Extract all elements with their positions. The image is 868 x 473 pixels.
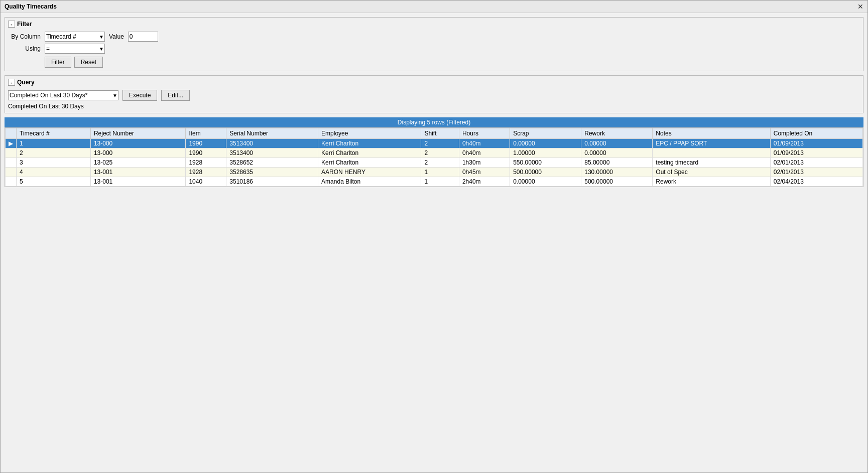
table-row[interactable]: 413-00119283528635AARON HENRY10h45m500.0… bbox=[6, 168, 863, 177]
col-notes[interactable]: Notes bbox=[653, 128, 770, 139]
cell-timecard: 1 bbox=[17, 139, 91, 148]
table-status: Displaying 5 rows (Filtered) bbox=[5, 117, 863, 127]
cell-completed: 02/01/2013 bbox=[770, 168, 862, 177]
cell-shift: 2 bbox=[421, 148, 459, 158]
table-row[interactable]: 313-02519283528652Kerri Charlton21h30m55… bbox=[6, 158, 863, 168]
cell-serial: 3510186 bbox=[226, 177, 318, 187]
cell-scrap: 550.00000 bbox=[510, 158, 581, 168]
cell-rework: 0.00000 bbox=[581, 139, 653, 148]
query-section: - Query Completed On Last 30 Days* All R… bbox=[5, 75, 863, 113]
cell-completed: 02/01/2013 bbox=[770, 158, 862, 168]
cell-serial: 3513400 bbox=[226, 139, 318, 148]
cell-hours: 0h40m bbox=[459, 139, 510, 148]
using-select[interactable]: = != < > <= >= LIKE bbox=[45, 44, 105, 54]
row-indicator: ▶ bbox=[6, 139, 17, 148]
cell-timecard: 3 bbox=[17, 158, 91, 168]
cell-employee: AARON HENRY bbox=[318, 168, 421, 177]
filter-by-column-row: By Column Timecard # Reject Number Item … bbox=[8, 32, 860, 42]
cell-shift: 2 bbox=[421, 139, 459, 148]
title-bar: Quality Timecards ✕ bbox=[1, 1, 867, 13]
cell-hours: 2h40m bbox=[459, 177, 510, 187]
query-section-header: - Query bbox=[8, 79, 860, 86]
cell-rework: 0.00000 bbox=[581, 148, 653, 158]
col-rework[interactable]: Rework bbox=[581, 128, 653, 139]
cell-reject: 13-025 bbox=[90, 158, 186, 168]
cell-reject: 13-001 bbox=[90, 177, 186, 187]
execute-button[interactable]: Execute bbox=[122, 90, 157, 101]
cell-timecard: 5 bbox=[17, 177, 91, 187]
table-row[interactable]: ▶113-00019903513400Kerri Charlton20h40m0… bbox=[6, 139, 863, 148]
cell-employee: Amanda Bilton bbox=[318, 177, 421, 187]
cell-completed: 01/09/2013 bbox=[770, 139, 862, 148]
row-indicator bbox=[6, 168, 17, 177]
filter-collapse-button[interactable]: - bbox=[8, 21, 15, 28]
cell-employee: Kerri Charlton bbox=[318, 148, 421, 158]
col-shift[interactable]: Shift bbox=[421, 128, 459, 139]
row-indicator bbox=[6, 158, 17, 168]
table-row[interactable]: 513-00110403510186Amanda Bilton12h40m0.0… bbox=[6, 177, 863, 187]
cell-item: 1990 bbox=[186, 139, 226, 148]
query-select[interactable]: Completed On Last 30 Days* All Records bbox=[8, 90, 118, 100]
cell-scrap: 0.00000 bbox=[510, 177, 581, 187]
cell-notes: Rework bbox=[653, 177, 770, 187]
query-collapse-button[interactable]: - bbox=[8, 79, 15, 86]
by-column-select[interactable]: Timecard # Reject Number Item Serial Num… bbox=[45, 32, 105, 42]
cell-completed: 02/04/2013 bbox=[770, 177, 862, 187]
cell-item: 1990 bbox=[186, 148, 226, 158]
cell-rework: 130.00000 bbox=[581, 168, 653, 177]
cell-serial: 3513400 bbox=[226, 148, 318, 158]
col-reject[interactable]: Reject Number bbox=[90, 128, 186, 139]
cell-hours: 0h45m bbox=[459, 168, 510, 177]
cell-scrap: 1.00000 bbox=[510, 148, 581, 158]
col-serial[interactable]: Serial Number bbox=[226, 128, 318, 139]
cell-employee: Kerri Charlton bbox=[318, 139, 421, 148]
col-timecard[interactable]: Timecard # bbox=[17, 128, 91, 139]
cell-rework: 85.00000 bbox=[581, 158, 653, 168]
col-employee[interactable]: Employee bbox=[318, 128, 421, 139]
filter-using-row: Using = != < > <= >= LIKE ▼ bbox=[8, 44, 860, 54]
filter-button[interactable]: Filter bbox=[45, 57, 71, 68]
row-indicator bbox=[6, 148, 17, 158]
table-row[interactable]: 213-00019903513400Kerri Charlton20h40m1.… bbox=[6, 148, 863, 158]
cell-item: 1928 bbox=[186, 168, 226, 177]
cell-notes: EPC / PPAP SORT bbox=[653, 139, 770, 148]
cell-scrap: 500.00000 bbox=[510, 168, 581, 177]
cell-shift: 2 bbox=[421, 158, 459, 168]
table-body: ▶113-00019903513400Kerri Charlton20h40m0… bbox=[6, 139, 863, 187]
query-row: Completed On Last 30 Days* All Records ▼… bbox=[8, 90, 860, 101]
query-display-label: Completed On Last 30 Days bbox=[8, 103, 860, 110]
cell-reject: 13-000 bbox=[90, 139, 186, 148]
col-completed[interactable]: Completed On bbox=[770, 128, 862, 139]
edit-button[interactable]: Edit... bbox=[161, 90, 190, 101]
close-button[interactable]: ✕ bbox=[857, 3, 863, 11]
cell-notes bbox=[653, 148, 770, 158]
col-hours[interactable]: Hours bbox=[459, 128, 510, 139]
cell-rework: 500.00000 bbox=[581, 177, 653, 187]
cell-hours: 1h30m bbox=[459, 158, 510, 168]
col-scrap[interactable]: Scrap bbox=[510, 128, 581, 139]
col-indicator bbox=[6, 128, 17, 139]
data-table: Timecard # Reject Number Item Serial Num… bbox=[5, 128, 863, 187]
col-item[interactable]: Item bbox=[186, 128, 226, 139]
filter-section: - Filter By Column Timecard # Reject Num… bbox=[5, 17, 863, 71]
by-column-select-wrapper: Timecard # Reject Number Item Serial Num… bbox=[45, 32, 105, 42]
value-label: Value bbox=[109, 33, 124, 40]
table-container: Timecard # Reject Number Item Serial Num… bbox=[5, 127, 863, 187]
cell-notes: testing timecard bbox=[653, 158, 770, 168]
filter-section-label: Filter bbox=[17, 21, 32, 28]
table-header-row: Timecard # Reject Number Item Serial Num… bbox=[6, 128, 863, 139]
cell-shift: 1 bbox=[421, 177, 459, 187]
cell-scrap: 0.00000 bbox=[510, 139, 581, 148]
cell-shift: 1 bbox=[421, 168, 459, 177]
cell-employee: Kerri Charlton bbox=[318, 158, 421, 168]
reset-button[interactable]: Reset bbox=[74, 57, 103, 68]
cell-timecard: 2 bbox=[17, 148, 91, 158]
cell-item: 1928 bbox=[186, 158, 226, 168]
cell-hours: 0h40m bbox=[459, 148, 510, 158]
row-indicator bbox=[6, 177, 17, 187]
by-column-label: By Column bbox=[8, 33, 41, 40]
value-input[interactable] bbox=[128, 32, 158, 42]
query-section-label: Query bbox=[17, 79, 35, 86]
query-select-wrapper: Completed On Last 30 Days* All Records ▼ bbox=[8, 90, 118, 100]
cell-timecard: 4 bbox=[17, 168, 91, 177]
